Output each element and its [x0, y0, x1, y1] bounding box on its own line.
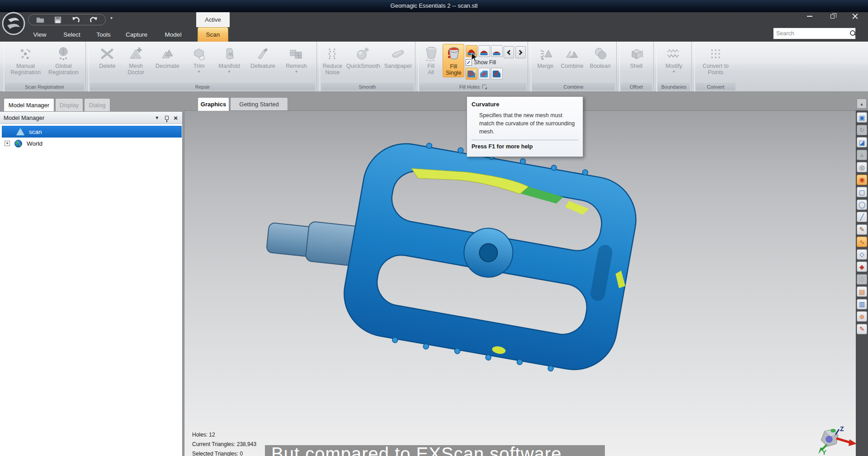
- expander-icon[interactable]: +: [5, 141, 10, 146]
- model-manager-header: Model Manager ▾ ×: [0, 112, 182, 124]
- trim-icon: [191, 45, 207, 63]
- tab-model[interactable]: Model: [159, 27, 187, 42]
- quicksmooth-button[interactable]: QuickSmooth: [344, 44, 382, 70]
- panel-tab-display[interactable]: Display: [55, 98, 83, 111]
- tab-view[interactable]: View: [26, 27, 53, 42]
- next-hole-button[interactable]: [515, 46, 526, 58]
- tangent-fill-icon: [479, 47, 489, 56]
- tab-select[interactable]: Select: [58, 27, 86, 42]
- pin-icon[interactable]: [165, 116, 169, 120]
- defeature-button[interactable]: Defeature: [249, 44, 277, 70]
- world-globe-icon: [14, 140, 22, 147]
- global-registration-button[interactable]: Global Registration: [47, 44, 80, 76]
- group-scan-registration: Manual Registration Global Registration …: [4, 42, 86, 92]
- search-icon[interactable]: [849, 29, 854, 38]
- paint-select-button[interactable]: ◆: [857, 261, 867, 272]
- group-title-convert: Convert: [696, 83, 736, 90]
- modify-button[interactable]: Modify ▾: [663, 44, 685, 75]
- fill-all-button[interactable]: Fill All: [420, 44, 442, 76]
- undo-button[interactable]: [70, 15, 82, 24]
- fill-all-icon: [423, 45, 439, 63]
- bridge-fill-button[interactable]: [466, 68, 477, 80]
- manual-registration-button[interactable]: Manual Registration: [9, 44, 42, 76]
- fill-type-flat-button[interactable]: [491, 45, 503, 57]
- tree-item-world[interactable]: + World: [2, 138, 182, 149]
- trim-button[interactable]: Trim ▾: [188, 44, 210, 75]
- fill-single-button[interactable]: Fill Single: [443, 44, 464, 77]
- line-select-button[interactable]: ╱: [857, 212, 867, 222]
- panel-dropdown-icon[interactable]: ▾: [152, 114, 162, 121]
- previous-hole-button[interactable]: [504, 46, 514, 58]
- dropdown-arrow-icon: ▾: [228, 69, 231, 74]
- save-button[interactable]: [52, 15, 64, 24]
- panel-close-icon[interactable]: ×: [174, 114, 178, 122]
- connected-select-button[interactable]: ◇: [857, 274, 867, 285]
- ellipse-select-button[interactable]: ◯: [857, 200, 867, 210]
- brush-select-button[interactable]: ✎: [857, 224, 867, 235]
- ribbon-collapse-button[interactable]: ▴: [857, 99, 867, 109]
- delete-button[interactable]: Delete: [96, 44, 118, 70]
- active-badge: Active: [196, 12, 230, 27]
- graphics-viewport[interactable]: Holes: 12 Current Triangles: 238,943 Sel…: [184, 110, 856, 456]
- tab-graphics[interactable]: Graphics: [198, 97, 229, 111]
- redo-icon: [89, 16, 98, 24]
- patch-fill-button[interactable]: [478, 68, 490, 80]
- qat-dropdown-icon[interactable]: ▾: [110, 15, 113, 20]
- sandpaper-button[interactable]: Sandpaper: [382, 44, 414, 70]
- decimate-button[interactable]: Decimate: [154, 44, 181, 70]
- boolean-button[interactable]: Boolean: [588, 44, 613, 70]
- merge-icon: [537, 45, 553, 63]
- quicksmooth-icon: [355, 45, 371, 63]
- tab-scan[interactable]: Scan: [198, 27, 228, 42]
- mesh-doctor-button[interactable]: Mesh Doctor: [125, 44, 147, 76]
- panel-tab-dialog[interactable]: Dialog: [84, 98, 110, 111]
- view-orientation-button[interactable]: ▣: [857, 112, 867, 123]
- polygon-select-button[interactable]: ◇: [857, 249, 867, 260]
- remesh-button[interactable]: Remesh ▾: [284, 44, 309, 75]
- select-all-icon: ▤: [859, 289, 865, 295]
- combine-button[interactable]: Combine: [559, 44, 585, 70]
- convert-to-points-button[interactable]: Convert to Points: [701, 44, 731, 76]
- open-button[interactable]: [34, 15, 46, 24]
- tab-getting-started[interactable]: Getting Started: [230, 97, 288, 111]
- application-window: Geomagic Essentials 2 -- scan.stl: [0, 0, 868, 456]
- feature-view-button[interactable]: ▲: [857, 150, 867, 160]
- manifold-button[interactable]: Manifold ▾: [217, 44, 241, 75]
- rectangle-select-button[interactable]: ▢: [857, 187, 867, 197]
- app-logo-icon[interactable]: [1, 11, 26, 36]
- stitch-fill-button[interactable]: [491, 68, 503, 80]
- dialog-launcher-icon[interactable]: [482, 85, 486, 89]
- select-visible-button[interactable]: ▥: [857, 299, 867, 309]
- select-through-button[interactable]: ⊕: [857, 311, 867, 322]
- close-icon: [852, 14, 858, 19]
- chevron-left-icon: [507, 50, 512, 55]
- shaded-view-button[interactable]: ◪: [857, 137, 867, 147]
- search-input[interactable]: [774, 30, 849, 37]
- boolean-icon: [592, 45, 609, 63]
- fill-type-tangent-button[interactable]: [478, 45, 490, 57]
- tree-item-scan[interactable]: scan: [2, 126, 182, 138]
- select-all-button[interactable]: ▤: [857, 286, 867, 297]
- reset-view-button[interactable]: ↻: [857, 125, 867, 135]
- save-icon: [54, 16, 61, 24]
- close-button[interactable]: [844, 10, 865, 23]
- panel-tab-model-manager[interactable]: Model Manager: [4, 98, 54, 111]
- lasso-select-button[interactable]: ∿: [857, 237, 867, 247]
- convert-to-points-icon: [708, 45, 724, 63]
- redo-button[interactable]: [88, 15, 99, 24]
- restore-button[interactable]: [822, 10, 843, 23]
- erase-select-button[interactable]: ✎: [857, 324, 867, 334]
- orbit-spin-button[interactable]: ◉: [857, 175, 867, 185]
- minimize-button[interactable]: [799, 10, 820, 23]
- zoom-window-button[interactable]: ◎: [857, 162, 867, 172]
- bridge-fill-icon: [467, 69, 476, 79]
- status-current-triangles: Current Triangles: 238,943: [192, 440, 256, 449]
- selection-toolbar: ▣ ↻ ◪ ▲ ◎ ◉ ▢ ◯ ╱ ✎ ∿ ◇ ◆ ◇ ▤ ▥ ⊕ ✎: [856, 110, 868, 456]
- model-manager-panel: Model Manager ▾ × scan + World: [0, 111, 183, 456]
- tab-capture[interactable]: Capture: [121, 27, 152, 42]
- shell-button[interactable]: Shell: [626, 44, 647, 70]
- tab-tools[interactable]: Tools: [90, 27, 117, 42]
- scan-mesh-pedal[interactable]: [260, 132, 667, 421]
- reduce-noise-button[interactable]: Reduce Noise: [321, 44, 344, 76]
- merge-button[interactable]: Merge: [534, 44, 556, 70]
